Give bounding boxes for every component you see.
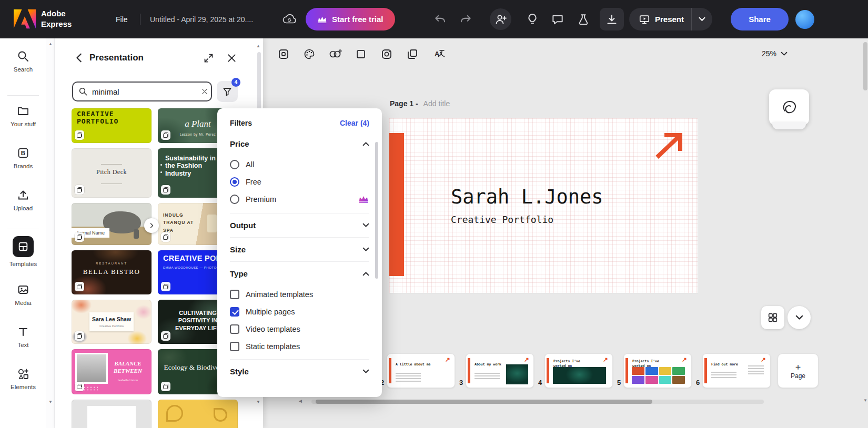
quick-actions-card[interactable]	[769, 89, 809, 125]
zoom-control[interactable]: 25%	[762, 49, 788, 58]
horizontal-scrollbar[interactable]	[311, 400, 764, 404]
price-section-header[interactable]: Price	[230, 131, 369, 156]
present-options-button[interactable]	[692, 8, 712, 30]
template-card[interactable]: BALANCE BETWEEN Isabella Liston	[72, 349, 152, 394]
type-option-static[interactable]: Static templates	[230, 338, 369, 355]
social-post-icon[interactable]	[377, 45, 396, 64]
thumbnail-preview: ↗ Projects I've worked on	[625, 355, 690, 386]
output-section-header[interactable]: Output	[230, 213, 369, 237]
type-option-multiple-pages[interactable]: Multiple pages	[230, 303, 369, 320]
divider	[7, 95, 39, 96]
expand-panel-icon[interactable]	[203, 53, 214, 64]
type-option-animated[interactable]: Animated templates	[230, 286, 369, 303]
cloud-sync-icon[interactable]	[281, 13, 298, 26]
beta-flask-icon[interactable]	[577, 13, 590, 26]
redo-icon[interactable]	[459, 13, 472, 26]
add-page-button[interactable]: ＋ Page	[778, 353, 819, 388]
page-label: Page 1 -	[390, 99, 418, 108]
clear-search-icon[interactable]	[201, 88, 208, 95]
scroll-down-icon[interactable]: ▼	[48, 400, 53, 404]
page-thumbnail-2[interactable]: 2 ↗ A little about me	[387, 353, 455, 388]
sidebar-item-text[interactable]: Text	[0, 325, 46, 364]
scroll-down-icon[interactable]: ▼	[863, 398, 867, 403]
comment-icon[interactable]	[551, 13, 564, 26]
scroll-up-icon[interactable]: ▲	[256, 44, 260, 48]
filter-count-badge: 4	[231, 78, 240, 87]
slide-arrow-graphic[interactable]	[652, 131, 685, 161]
style-section-header[interactable]: Style	[230, 359, 369, 383]
slide-subtitle-text[interactable]: Creative Portfolio	[451, 214, 553, 225]
undo-icon[interactable]	[433, 13, 447, 26]
price-option-free[interactable]: Free	[230, 173, 369, 190]
price-option-all[interactable]: All	[230, 156, 369, 173]
funnel-icon	[222, 86, 233, 97]
shapes-tool-icon[interactable]	[326, 45, 345, 64]
chevron-down-icon	[362, 223, 369, 228]
sidebar-item-media[interactable]: Media	[0, 283, 46, 322]
premium-crown-icon	[358, 195, 369, 203]
template-card[interactable]: Sara Lee ShawCreative Portfolio	[72, 300, 152, 344]
page-thumbnail-5[interactable]: 5 ↗ Projects I've worked on	[623, 353, 692, 388]
sidebar-item-brands[interactable]: B Brands	[0, 147, 46, 186]
collapse-filmstrip-button[interactable]	[788, 306, 811, 329]
divider	[140, 14, 140, 25]
template-card[interactable]: CREATIVE PORTFOLIO	[72, 108, 152, 143]
template-card[interactable]	[72, 400, 152, 428]
adobe-express-logo[interactable]	[14, 9, 36, 29]
document-title[interactable]: Untitled - April 29, 2025 at 20....	[150, 15, 253, 24]
file-menu[interactable]: File	[116, 15, 128, 24]
multipage-icon	[75, 382, 84, 391]
present-icon	[639, 14, 650, 25]
page-thumbnail-3[interactable]: 3 ↗ About my work	[466, 353, 534, 388]
filmstrip-scroll-left-icon[interactable]: ◄	[298, 398, 303, 404]
grid-view-button[interactable]	[761, 306, 784, 329]
page-thumbnail-6[interactable]: 6 ↗ Find out more	[702, 353, 771, 388]
size-section-header[interactable]: Size	[230, 237, 369, 261]
close-panel-icon[interactable]	[226, 53, 237, 64]
color-palette-icon[interactable]	[300, 45, 319, 64]
download-button[interactable]	[600, 8, 624, 30]
template-search-input[interactable]	[92, 87, 197, 96]
account-avatar[interactable]	[795, 10, 814, 29]
sidebar-item-elements[interactable]: Elements	[0, 368, 46, 406]
slide-canvas[interactable]: Sarah L.Jones Creative Portfolio	[389, 118, 698, 293]
frame-tool-icon[interactable]	[274, 45, 293, 64]
popup-scrollbar-thumb[interactable]	[375, 142, 378, 279]
carousel-next-button[interactable]	[144, 218, 159, 233]
template-card[interactable]	[158, 400, 238, 428]
template-card[interactable]: Animal Name	[72, 203, 152, 245]
horizontal-scrollbar-thumb[interactable]	[316, 400, 652, 404]
scroll-up-icon[interactable]: ▲	[48, 42, 53, 46]
clear-filters-button[interactable]: Clear (4)	[340, 119, 369, 127]
page-number: 4	[538, 379, 542, 386]
filters-button[interactable]: 4	[217, 81, 238, 102]
page-number: 5	[617, 379, 621, 386]
translate-icon[interactable]: A	[429, 45, 448, 64]
duplicate-icon[interactable]	[403, 45, 422, 64]
sidebar-item-templates[interactable]: Templates	[0, 240, 46, 279]
thumbnail-preview: ↗ Find out more	[704, 355, 769, 386]
lightbulb-icon[interactable]	[526, 13, 539, 26]
start-free-trial-button[interactable]: Start free trial	[306, 8, 395, 30]
sidebar-item-your-stuff[interactable]: Your stuff	[0, 105, 46, 144]
page-title-placeholder[interactable]: Add title	[423, 99, 450, 108]
invite-people-button[interactable]	[490, 8, 511, 30]
scroll-down-icon[interactable]: ▼	[256, 400, 260, 404]
square-tool-icon[interactable]	[351, 45, 370, 64]
back-icon[interactable]	[74, 52, 85, 64]
template-card[interactable]: RESTAURANT BELLA BISTRO	[72, 250, 152, 294]
slide-title-text[interactable]: Sarah L.Jones	[451, 186, 603, 208]
vertical-scrollbar-thumb[interactable]	[863, 42, 867, 90]
price-option-premium[interactable]: Premium	[230, 190, 369, 208]
share-button[interactable]: Share	[731, 8, 789, 30]
present-button[interactable]: Present	[629, 14, 691, 25]
sidebar-item-upload[interactable]: Upload	[0, 189, 46, 228]
multipage-icon	[161, 382, 170, 391]
checkbox-checked-icon	[230, 307, 239, 317]
type-option-video[interactable]: Video templates	[230, 320, 369, 338]
template-card[interactable]: Pitch Deck	[72, 148, 152, 198]
sidebar-item-search[interactable]: Search	[0, 50, 46, 89]
slide-accent-bar[interactable]	[389, 133, 404, 276]
page-thumbnail-4[interactable]: 4 ↗ Projects I've worked on	[544, 353, 613, 388]
type-section-header[interactable]: Type	[230, 261, 369, 286]
